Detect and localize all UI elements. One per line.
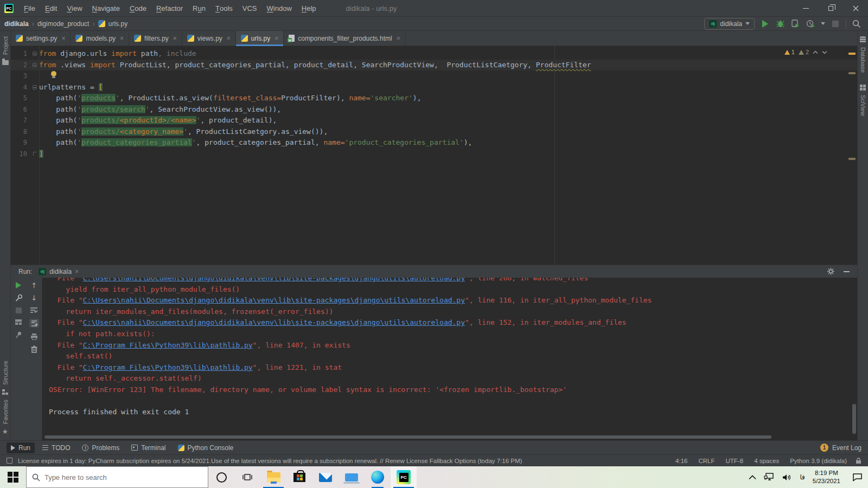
close-icon[interactable]: ×: [397, 35, 400, 42]
tab-urls-py[interactable]: urls.py×: [236, 31, 284, 46]
microsoft-store-button[interactable]: [286, 466, 312, 488]
intention-bulb-icon[interactable]: [51, 71, 56, 76]
console-file-link[interactable]: C:\Users\nahii\Documents\django\didikala…: [83, 318, 465, 326]
taskbar-clock[interactable]: 8:19 PM 5/23/2021: [813, 469, 840, 485]
inspection-widget[interactable]: 1 2: [784, 49, 827, 55]
tab-settings-py[interactable]: settings.py×: [11, 31, 71, 46]
star-icon[interactable]: ★: [2, 428, 8, 435]
horizontal-scrollbar[interactable]: [44, 435, 771, 439]
fold-collapse-icon[interactable]: [33, 63, 37, 67]
action-center-icon[interactable]: [852, 473, 863, 481]
restore-button[interactable]: [818, 0, 843, 16]
close-icon[interactable]: ×: [120, 35, 124, 42]
project-folder-icon[interactable]: [2, 60, 9, 65]
run-button[interactable]: [760, 19, 770, 29]
scroll-to-end-button[interactable]: [29, 319, 39, 328]
taskbar-search[interactable]: [26, 466, 208, 488]
menu-vcs[interactable]: VCS: [238, 0, 262, 16]
stop-button[interactable]: [831, 19, 840, 29]
tool-window-toggle-icon[interactable]: [7, 458, 12, 464]
tab-views-py[interactable]: views.py×: [182, 31, 236, 46]
tool-window-button-problems[interactable]: !Problems: [78, 442, 124, 453]
tray-chevron-icon[interactable]: [749, 475, 756, 480]
soft-wrap-icon[interactable]: [30, 307, 38, 313]
console-file-link[interactable]: C:\Users\nahii\Documents\django\didikala…: [83, 278, 465, 282]
menu-view[interactable]: View: [62, 0, 87, 16]
database-icon[interactable]: [860, 36, 866, 43]
event-log-button[interactable]: 1 Event Log: [820, 444, 861, 452]
breadcrumb-file[interactable]: urls.py: [108, 20, 127, 28]
status-4-16[interactable]: 4:16: [675, 458, 687, 464]
file-explorer-button[interactable]: [260, 466, 286, 488]
edge-button[interactable]: [365, 466, 391, 488]
wrench-icon[interactable]: [15, 294, 23, 302]
tab-filters-py[interactable]: filters.py×: [129, 31, 182, 46]
tab-models-py[interactable]: models.py×: [71, 31, 129, 46]
menu-code[interactable]: Code: [125, 0, 151, 16]
menu-run[interactable]: Run: [188, 0, 210, 16]
menu-refactor[interactable]: Refactor: [151, 0, 188, 16]
run-with-coverage-button[interactable]: [790, 19, 800, 29]
print-icon[interactable]: [30, 333, 38, 340]
hide-panel-icon[interactable]: [844, 271, 850, 272]
menu-file[interactable]: File: [19, 0, 40, 16]
volume-icon[interactable]: [782, 473, 792, 481]
menu-tools[interactable]: Tools: [210, 0, 238, 16]
close-icon[interactable]: ×: [173, 35, 177, 42]
cortana-button[interactable]: [208, 466, 234, 488]
close-icon[interactable]: ×: [275, 35, 278, 42]
start-button[interactable]: [0, 466, 26, 488]
console-file-link[interactable]: C:\Program Files\Python39\lib\pathlib.py: [83, 341, 253, 349]
fold-collapse-icon[interactable]: [33, 52, 37, 56]
menu-edit[interactable]: Edit: [40, 0, 62, 16]
minimize-button[interactable]: [793, 0, 818, 16]
tab-components-filter-products-html[interactable]: components_filter_products.html×: [284, 31, 405, 46]
fold-collapse-icon[interactable]: [33, 85, 37, 89]
tool-stripe-sciview[interactable]: SciView: [860, 95, 866, 116]
structure-icon[interactable]: [2, 389, 8, 395]
run-configuration-select[interactable]: dj didikala: [704, 18, 755, 30]
language-indicator[interactable]: فا: [800, 473, 805, 481]
run-console[interactable]: File "C:\Users\nahii\Documents\django\di…: [42, 278, 857, 440]
mail-button[interactable]: [312, 466, 339, 488]
pycharm-taskbar-button[interactable]: PC: [391, 466, 417, 488]
task-view-button[interactable]: [234, 466, 260, 488]
close-icon[interactable]: ×: [227, 35, 231, 42]
rerun-icon[interactable]: [16, 282, 21, 288]
menu-help[interactable]: Help: [297, 0, 321, 16]
status-utf-8[interactable]: UTF-8: [726, 458, 744, 464]
laptop-app-button[interactable]: [339, 466, 365, 488]
profiler-dropdown-icon[interactable]: [821, 22, 825, 25]
network-icon[interactable]: [764, 473, 775, 481]
menu-navigate[interactable]: Navigate: [87, 0, 125, 16]
code-editor[interactable]: 1from django.urls import path, include2f…: [11, 46, 857, 265]
console-file-link[interactable]: C:\Program Files\Python39\lib\pathlib.py: [83, 363, 253, 371]
status-python-3-9-didikala[interactable]: Python 3.9 (didikala): [790, 458, 847, 464]
prev-problem-icon[interactable]: [813, 50, 818, 54]
search-input[interactable]: [44, 473, 202, 481]
down-stack-icon[interactable]: ↓: [31, 294, 37, 301]
status-crlf[interactable]: CRLF: [699, 458, 715, 464]
status-4-spaces[interactable]: 4 spaces: [754, 458, 779, 464]
scrollbar-warning-mark[interactable]: [848, 72, 856, 74]
tool-stripe-project[interactable]: Project: [2, 36, 9, 55]
tool-window-button-run[interactable]: Run: [7, 442, 35, 453]
pin-icon[interactable]: [15, 331, 22, 338]
menu-window[interactable]: Window: [262, 0, 297, 16]
close-button[interactable]: [843, 0, 868, 16]
next-problem-icon[interactable]: [822, 50, 827, 54]
sciview-icon[interactable]: [860, 85, 866, 91]
restore-layout-icon[interactable]: [15, 319, 22, 325]
lock-icon[interactable]: [856, 458, 861, 464]
console-file-link[interactable]: C:\Users\nahii\Documents\django\didikala…: [83, 296, 465, 304]
breadcrumb-project[interactable]: didikala: [4, 20, 29, 28]
tool-stripe-structure[interactable]: Structure: [2, 361, 9, 385]
breadcrumb-package[interactable]: digimode_product: [37, 20, 89, 28]
debug-button[interactable]: [775, 19, 785, 29]
run-tab-didikala[interactable]: dj didikala ×: [39, 268, 79, 275]
license-message[interactable]: License expires in 1 day: PyCharm subscr…: [18, 458, 522, 464]
close-icon[interactable]: ×: [61, 35, 65, 42]
scrollbar-warning-mark[interactable]: [848, 158, 856, 160]
stop-disabled-icon[interactable]: [16, 307, 22, 313]
search-everywhere-button[interactable]: [852, 19, 861, 29]
